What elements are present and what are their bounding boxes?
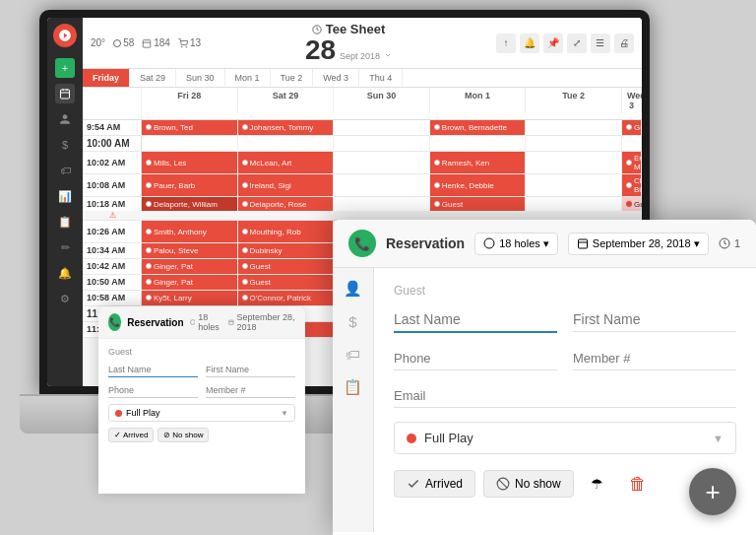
res-bg-rate[interactable]: Full Play ▼ (108, 404, 295, 422)
slot-1042-sat[interactable]: Guest (238, 259, 335, 274)
slot-1000-sat (238, 136, 335, 151)
app-logo[interactable] (53, 24, 77, 47)
res-bg-holes: 18 holes (190, 312, 222, 332)
tag-icon[interactable]: 🏷 (55, 161, 75, 180)
slot-1034-sat[interactable]: Dubinsky (238, 243, 335, 258)
noshow-btn-bg[interactable]: ⊘ No show (158, 428, 209, 442)
slot-954-fri[interactable]: Brown, Ted (142, 120, 238, 135)
notification-icon[interactable]: 🔔 (55, 263, 75, 283)
umbrella-btn-fg[interactable]: ☂ (582, 468, 613, 500)
date-tab-sat29[interactable]: Sat 29 (130, 69, 176, 87)
time-1008: 10:08 AM (83, 174, 142, 196)
slot-1026-sat[interactable]: Mouthing, Rob (238, 221, 335, 242)
arrived-btn-fg[interactable]: Arrived (394, 470, 475, 498)
slot-1002-wed[interactable]: Eric, Michael (622, 152, 642, 173)
slot-1042-fri[interactable]: Ginger, Pat (142, 259, 238, 274)
time-1050: 10:50 AM (83, 275, 142, 290)
first-name-input-bg[interactable] (206, 363, 295, 377)
table-row: 10:18 AM Delaporte, William Delaporte, R… (83, 197, 642, 221)
email-input-fg[interactable] (394, 384, 736, 408)
slot-954-wed[interactable]: Guest (622, 120, 642, 135)
slot-1002-fri[interactable]: Mills, Les (142, 152, 238, 173)
slot-1034-fri[interactable]: Palou, Steve (142, 243, 238, 258)
clipboard-icon[interactable]: 📋 (55, 212, 75, 232)
slot-1018-wed[interactable]: Guest (622, 197, 642, 211)
slot-1002-mon[interactable]: Ramesh, Ken (430, 152, 527, 173)
person-icon[interactable] (55, 109, 75, 129)
slot-1008-wed[interactable]: Chang, Billie (622, 174, 642, 196)
share-btn[interactable]: ↑ (496, 33, 516, 53)
settings-icon[interactable]: ⚙ (55, 289, 75, 308)
fab-add-button[interactable]: + (689, 468, 736, 515)
slot-1050-fri[interactable]: Ginger, Pat (142, 275, 238, 290)
print-btn[interactable]: 🖨 (614, 33, 634, 53)
slot-954-sat[interactable]: Johansen, Tommy (238, 120, 335, 135)
slot-1058-fri[interactable]: Ky5t, Larry (142, 291, 238, 305)
last-name-field (394, 307, 557, 333)
add-icon[interactable]: + (55, 58, 75, 78)
tag-sidebar-icon[interactable]: 🏷 (346, 346, 360, 363)
delete-btn-fg[interactable]: 🗑 (625, 470, 651, 499)
phone-input-fg[interactable] (394, 347, 557, 370)
res-bg-name-row (108, 363, 295, 377)
arrived-btn-bg[interactable]: ✓ Arrived (108, 428, 154, 442)
slot-1026-fri[interactable]: Smith, Anthony (142, 221, 238, 242)
rate-dot-bg (115, 410, 122, 417)
slot-1058-sat[interactable]: O'Connor, Patrick (238, 291, 335, 305)
dollar-sidebar-icon[interactable]: $ (348, 313, 356, 330)
date-tab-mon1[interactable]: Mon 1 (225, 69, 271, 87)
holes-selector-fg[interactable]: 18 holes ▾ (474, 233, 558, 255)
slot-1008-mon[interactable]: Henke, Debbie (430, 174, 527, 196)
svg-point-12 (484, 238, 494, 248)
rate-dropdown-fg[interactable]: Full Play ▼ (394, 422, 736, 454)
chart-icon[interactable]: 📊 (55, 186, 75, 206)
slot-1008-tue (526, 174, 622, 196)
dollar-icon[interactable]: $ (55, 135, 75, 155)
date-tab-friday[interactable]: Friday (83, 69, 130, 87)
slot-1018-fri[interactable]: Delaporte, William (142, 197, 238, 211)
copy-sidebar-icon[interactable]: 📋 (344, 378, 362, 396)
member-input-bg[interactable] (206, 383, 295, 398)
date-tab-thu4[interactable]: Thu 4 (359, 69, 403, 87)
sat-header: Sat 29 (238, 88, 335, 113)
slot-1018-sat[interactable]: Delaporte, Rose (238, 197, 335, 211)
last-name-input-bg[interactable] (108, 363, 198, 377)
pin-btn[interactable]: 📌 (543, 33, 563, 53)
noshow-label-fg: No show (515, 477, 561, 491)
slot-1050-sat[interactable]: Guest (238, 275, 335, 290)
svg-line-17 (499, 480, 507, 488)
time-1000: 10:00 AM (83, 136, 142, 151)
bell-btn[interactable]: 🔔 (520, 33, 539, 53)
time-1034: 10:34 AM (83, 243, 142, 258)
slot-1018-mon[interactable]: Guest (430, 197, 527, 211)
cart-count: 13 (178, 37, 201, 48)
player-count: 58 (113, 37, 134, 48)
menu-btn[interactable]: ☰ (591, 33, 610, 53)
last-name-input-fg[interactable] (394, 307, 557, 333)
date-number: 28 (305, 36, 336, 64)
svg-rect-13 (578, 239, 587, 248)
arrived-label-fg: Arrived (425, 477, 463, 491)
pencil-icon[interactable]: ✏ (55, 237, 75, 257)
date-tab-sun30[interactable]: Sun 30 (176, 69, 225, 87)
member-input-fg[interactable] (573, 347, 736, 370)
date-selector-fg[interactable]: September 28, 2018 ▾ (568, 233, 709, 255)
slot-1002-sun (334, 152, 430, 173)
date-tab-wed3[interactable]: Wed 3 (313, 69, 359, 87)
expand-btn[interactable]: ⤢ (567, 33, 587, 53)
slot-1000-sun (334, 136, 430, 151)
phone-input-bg[interactable] (108, 383, 198, 398)
slot-954-sun (334, 120, 430, 135)
slot-954-mon[interactable]: Brown, Bernadette (430, 120, 527, 135)
slot-1000-wed (622, 136, 642, 151)
slot-1002-sat[interactable]: McLean, Art (238, 152, 335, 173)
slot-1008-fri[interactable]: Pauer, Barb (142, 174, 238, 196)
person-sidebar-icon[interactable]: 👤 (344, 280, 362, 298)
schedule-icon[interactable] (55, 84, 75, 103)
date-tab-tue2[interactable]: Tue 2 (271, 69, 314, 87)
first-name-input-fg[interactable] (573, 307, 736, 332)
slot-1008-sat[interactable]: Ireland, Sigi (238, 174, 335, 196)
svg-rect-0 (61, 90, 70, 99)
row-actions-1050 (83, 290, 142, 291)
noshow-btn-fg[interactable]: No show (483, 470, 574, 498)
